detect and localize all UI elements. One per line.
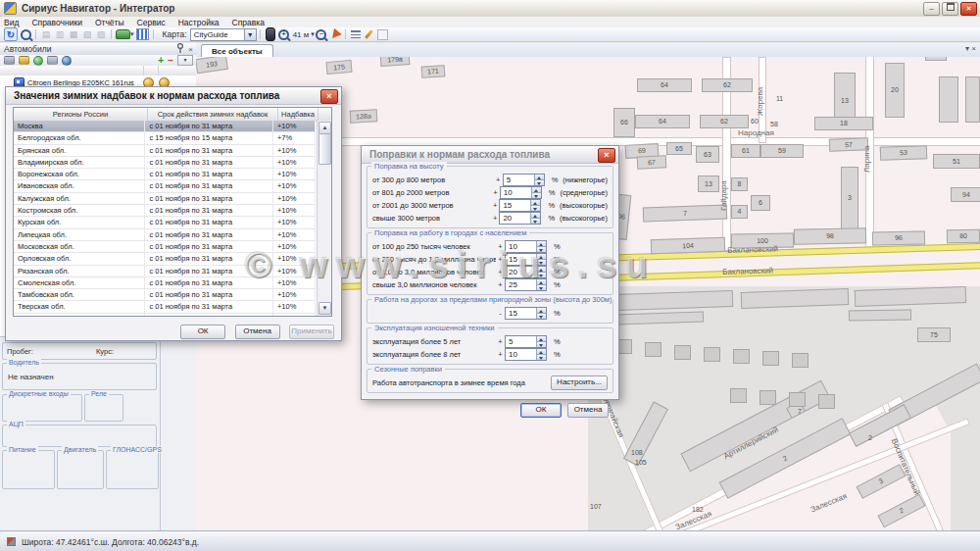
column-header[interactable]: Срок действия зимних надбавок <box>148 108 278 121</box>
spinner-value[interactable]: 25 <box>506 279 536 290</box>
spinner-value[interactable]: 5 <box>504 175 534 185</box>
tab-close-icon[interactable]: × <box>971 44 976 53</box>
panel-close-icon[interactable]: × <box>185 45 196 54</box>
menu-item[interactable]: Сервис <box>137 18 166 27</box>
table-row[interactable]: Тверская обл.с 01 ноября по 31 марта+10% <box>14 301 316 313</box>
add-vehicle-button[interactable]: + <box>158 55 164 66</box>
pin-icon[interactable] <box>174 43 185 55</box>
reports-chart-button[interactable] <box>136 28 149 40</box>
pan-button[interactable] <box>329 28 341 40</box>
spinner-value[interactable]: 10 <box>506 241 536 252</box>
table-row[interactable]: Костромская обл.с 01 ноября по 31 марта+… <box>14 205 316 217</box>
print-icon[interactable] <box>4 56 15 65</box>
tab-collapse-icon[interactable]: ▾ <box>965 44 969 53</box>
table-row[interactable]: Калужская обл.с 01 ноября по 31 марта+10… <box>14 193 316 205</box>
table-row[interactable]: Ивановская обл.с 01 ноября по 31 марта+1… <box>14 180 316 192</box>
table-row[interactable]: Московская обл.с 01 ноября по 31 марта+1… <box>14 241 316 253</box>
search-button[interactable] <box>20 28 31 40</box>
table-row[interactable]: Тамбовская обл.с 01 ноября по 31 марта+1… <box>14 289 316 301</box>
grid-button[interactable]: ▧ <box>81 28 93 40</box>
truck-icon[interactable] <box>47 56 58 65</box>
dialog-close-button[interactable]: × <box>320 89 338 104</box>
scrollbar-thumb[interactable] <box>318 133 331 165</box>
vehicle-menu-button[interactable]: ▾ <box>116 28 134 40</box>
value-spinner[interactable]: 25 <box>505 278 547 291</box>
menu-item[interactable]: Вид <box>4 18 19 27</box>
ok-button[interactable]: ОК <box>520 403 562 418</box>
zoom-out-button[interactable]: − <box>316 28 327 40</box>
value-spinner[interactable]: 5 <box>503 174 545 186</box>
apply-button[interactable]: Применить <box>289 325 334 339</box>
zoom-in-button[interactable]: + <box>278 28 290 40</box>
table-row[interactable]: Орловская обл.с 01 ноября по 31 марта+10… <box>14 253 316 265</box>
table-row[interactable]: Брянская обл.с 01 ноября по 31 марта+10% <box>14 145 316 157</box>
table-row[interactable]: Тульская обл.с 01 ноября по 31 марта+10% <box>14 314 316 316</box>
spinner-value[interactable]: 10 <box>501 187 531 198</box>
menu-item[interactable]: Отчёты <box>95 18 124 27</box>
ruler-tool-button[interactable] <box>265 28 276 40</box>
undo-button[interactable]: ▦ <box>68 28 79 40</box>
spinner-value[interactable]: 20 <box>506 267 536 277</box>
value-spinner[interactable]: 10 <box>505 240 547 253</box>
cancel-button[interactable]: Отмена <box>235 325 280 339</box>
table-row[interactable]: Рязанская обл.с 01 ноября по 31 марта+10… <box>14 266 316 277</box>
spinner-down-button[interactable] <box>537 260 546 265</box>
value-spinner[interactable]: 5 <box>505 335 547 348</box>
column-header[interactable]: Надбавка <box>278 108 318 121</box>
spinner-down-button[interactable] <box>532 193 541 198</box>
table-row[interactable]: Белгородская обл.с 15 ноября по 15 марта… <box>14 132 316 144</box>
spinner-down-button[interactable] <box>537 314 546 319</box>
table-row[interactable]: Владимирская обл.с 01 ноября по 31 марта… <box>14 157 316 169</box>
table-row[interactable]: Воронежская обл.с 01 ноября по 31 марта+… <box>14 169 316 180</box>
column-d1[interactable] <box>158 66 185 75</box>
spinner-value[interactable]: 20 <box>500 213 530 224</box>
globe-green-icon[interactable] <box>33 56 43 66</box>
track-toggle[interactable] <box>377 28 389 40</box>
paint-icon[interactable] <box>19 56 29 65</box>
dialog-title-bar[interactable]: Значения зимних надбавок к нормам расход… <box>6 87 341 105</box>
table-row[interactable]: Липецкая обл.с 01 ноября по 31 марта+10% <box>14 229 316 241</box>
menu-item[interactable]: Настройка <box>178 18 220 27</box>
spinner-value[interactable]: 10 <box>506 349 536 360</box>
value-spinner[interactable]: 10 <box>500 186 542 199</box>
map-select[interactable]: CityGuide ▼ <box>190 28 257 41</box>
edit-map-button[interactable] <box>364 28 375 40</box>
spinner-value[interactable]: 15 <box>506 254 536 265</box>
scroll-down-arrow[interactable]: ▼ <box>318 302 331 315</box>
dialog-close-button[interactable]: × <box>598 148 615 163</box>
spinner-down-button[interactable] <box>537 342 546 347</box>
ok-button[interactable]: ОК <box>180 325 225 339</box>
remove-vehicle-button[interactable]: − <box>168 55 173 66</box>
value-spinner[interactable]: 15 <box>505 307 547 320</box>
value-spinner[interactable]: 15 <box>505 253 547 266</box>
spinner-value[interactable]: 5 <box>506 336 536 347</box>
value-spinner[interactable]: 15 <box>499 199 541 212</box>
edit-button[interactable]: ▤ <box>40 28 52 40</box>
spinner-down-button[interactable] <box>537 273 546 277</box>
menu-item[interactable]: Справка <box>232 18 265 27</box>
spinner-down-button[interactable] <box>537 355 546 360</box>
spinner-down-button[interactable] <box>537 247 546 252</box>
table-scrollbar[interactable]: ▲ ▼ <box>317 121 331 316</box>
value-spinner[interactable]: 20 <box>505 266 547 278</box>
spinner-value[interactable]: 15 <box>506 308 536 319</box>
value-spinner[interactable]: 10 <box>505 348 547 361</box>
configure-button[interactable]: Настроить... <box>551 376 608 390</box>
spinner-down-button[interactable] <box>531 206 540 211</box>
menu-item[interactable]: Справочники <box>31 18 82 27</box>
object-list-button[interactable] <box>350 28 362 40</box>
table-row[interactable]: Курская обл.с 01 ноября по 31 марта+10% <box>14 217 316 228</box>
minimize-button[interactable]: – <box>923 2 940 16</box>
value-spinner[interactable]: 20 <box>499 212 541 225</box>
table-row[interactable]: Смоленская обл.с 01 ноября по 31 марта+1… <box>14 277 316 289</box>
zoom-scale-dropdown[interactable]: ▾ <box>311 30 315 38</box>
close-button[interactable]: × <box>960 2 977 16</box>
table-row[interactable]: Москвас 01 ноября по 31 марта+10% <box>14 121 316 132</box>
cancel-button[interactable]: Отмена <box>567 403 609 418</box>
layers-button[interactable]: ▨ <box>95 28 107 40</box>
spinner-down-button[interactable] <box>535 180 544 185</box>
maximize-button[interactable] <box>942 2 958 16</box>
view-mode-dropdown[interactable]: ▾ <box>177 55 193 66</box>
spinner-down-button[interactable] <box>531 219 540 224</box>
copy-button[interactable]: ▥ <box>54 28 66 40</box>
